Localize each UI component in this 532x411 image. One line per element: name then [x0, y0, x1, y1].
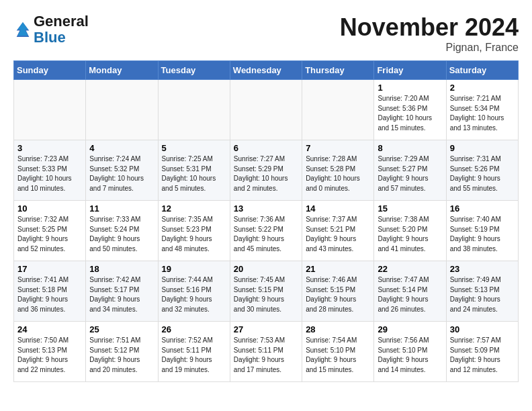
- day-info: Sunrise: 7:40 AM Sunset: 5:19 PM Dayligh…: [450, 215, 515, 254]
- day-number: 9: [450, 143, 515, 153]
- day-of-week-header: Sunday: [14, 61, 86, 80]
- day-number: 20: [234, 264, 298, 274]
- day-info: Sunrise: 7:24 AM Sunset: 5:32 PM Dayligh…: [89, 154, 154, 193]
- day-info: Sunrise: 7:51 AM Sunset: 5:12 PM Dayligh…: [89, 336, 154, 375]
- calendar-day-cell: [86, 80, 158, 140]
- day-info: Sunrise: 7:42 AM Sunset: 5:17 PM Dayligh…: [89, 275, 154, 314]
- day-of-week-header: Tuesday: [158, 61, 230, 80]
- day-info: Sunrise: 7:23 AM Sunset: 5:33 PM Dayligh…: [17, 154, 82, 193]
- day-number: 19: [162, 264, 226, 274]
- calendar-day-cell: 18Sunrise: 7:42 AM Sunset: 5:17 PM Dayli…: [86, 261, 158, 322]
- day-number: 22: [378, 264, 442, 274]
- calendar-day-cell: 27Sunrise: 7:53 AM Sunset: 5:11 PM Dayli…: [230, 322, 302, 382]
- calendar-week-row: 3Sunrise: 7:23 AM Sunset: 5:33 PM Daylig…: [14, 140, 519, 201]
- calendar-week-row: 17Sunrise: 7:41 AM Sunset: 5:18 PM Dayli…: [14, 261, 519, 322]
- calendar-day-cell: 6Sunrise: 7:27 AM Sunset: 5:29 PM Daylig…: [230, 140, 302, 201]
- day-number: 28: [306, 324, 370, 334]
- day-info: Sunrise: 7:33 AM Sunset: 5:24 PM Dayligh…: [89, 215, 154, 254]
- day-info: Sunrise: 7:32 AM Sunset: 5:25 PM Dayligh…: [17, 215, 82, 254]
- day-number: 15: [378, 203, 442, 214]
- calendar-day-cell: 19Sunrise: 7:44 AM Sunset: 5:16 PM Dayli…: [158, 261, 230, 322]
- calendar-day-cell: 8Sunrise: 7:29 AM Sunset: 5:27 PM Daylig…: [374, 140, 446, 201]
- day-info: Sunrise: 7:46 AM Sunset: 5:15 PM Dayligh…: [306, 275, 370, 314]
- day-info: Sunrise: 7:53 AM Sunset: 5:11 PM Dayligh…: [234, 336, 298, 375]
- day-number: 7: [306, 143, 370, 153]
- day-number: 10: [17, 203, 82, 214]
- day-number: 29: [378, 324, 442, 334]
- day-of-week-header: Monday: [86, 61, 158, 80]
- day-of-week-header: Wednesday: [230, 61, 302, 80]
- day-number: 11: [89, 203, 154, 214]
- calendar-day-cell: 25Sunrise: 7:51 AM Sunset: 5:12 PM Dayli…: [86, 322, 158, 382]
- logo: General Blue: [13, 13, 89, 46]
- calendar-day-cell: 22Sunrise: 7:47 AM Sunset: 5:14 PM Dayli…: [374, 261, 446, 322]
- calendar-day-cell: 11Sunrise: 7:33 AM Sunset: 5:24 PM Dayli…: [86, 201, 158, 261]
- day-info: Sunrise: 7:29 AM Sunset: 5:27 PM Dayligh…: [378, 154, 442, 193]
- day-number: 13: [234, 203, 298, 214]
- title-block: November 2024 Pignan, France: [340, 13, 519, 54]
- page-header: General Blue November 2024 Pignan, Franc…: [13, 13, 519, 54]
- month-title: November 2024: [340, 13, 519, 42]
- calendar-day-cell: 4Sunrise: 7:24 AM Sunset: 5:32 PM Daylig…: [86, 140, 158, 201]
- day-number: 1: [378, 83, 442, 93]
- calendar-day-cell: 5Sunrise: 7:25 AM Sunset: 5:31 PM Daylig…: [158, 140, 230, 201]
- calendar-day-cell: 26Sunrise: 7:52 AM Sunset: 5:11 PM Dayli…: [158, 322, 230, 382]
- day-number: 16: [450, 203, 515, 214]
- day-info: Sunrise: 7:45 AM Sunset: 5:15 PM Dayligh…: [234, 275, 298, 314]
- day-number: 23: [450, 264, 515, 274]
- day-info: Sunrise: 7:47 AM Sunset: 5:14 PM Dayligh…: [378, 275, 442, 314]
- day-info: Sunrise: 7:36 AM Sunset: 5:22 PM Dayligh…: [234, 215, 298, 254]
- day-number: 24: [17, 324, 82, 334]
- day-number: 12: [162, 203, 226, 214]
- day-info: Sunrise: 7:37 AM Sunset: 5:21 PM Dayligh…: [306, 215, 370, 254]
- calendar-day-cell: 1Sunrise: 7:20 AM Sunset: 5:36 PM Daylig…: [374, 80, 446, 140]
- day-info: Sunrise: 7:41 AM Sunset: 5:18 PM Dayligh…: [17, 275, 82, 314]
- day-info: Sunrise: 7:20 AM Sunset: 5:36 PM Dayligh…: [378, 94, 442, 133]
- day-of-week-header: Thursday: [302, 61, 374, 80]
- calendar-day-cell: 9Sunrise: 7:31 AM Sunset: 5:26 PM Daylig…: [446, 140, 518, 201]
- day-info: Sunrise: 7:25 AM Sunset: 5:31 PM Dayligh…: [162, 154, 226, 193]
- calendar-day-cell: 30Sunrise: 7:57 AM Sunset: 5:09 PM Dayli…: [446, 322, 518, 382]
- day-info: Sunrise: 7:31 AM Sunset: 5:26 PM Dayligh…: [450, 154, 515, 193]
- svg-marker-1: [17, 22, 28, 36]
- day-info: Sunrise: 7:54 AM Sunset: 5:10 PM Dayligh…: [306, 336, 370, 375]
- calendar-day-cell: 23Sunrise: 7:49 AM Sunset: 5:13 PM Dayli…: [446, 261, 518, 322]
- day-info: Sunrise: 7:38 AM Sunset: 5:20 PM Dayligh…: [378, 215, 442, 254]
- logo-general: General: [34, 13, 89, 30]
- calendar-header-row: SundayMondayTuesdayWednesdayThursdayFrid…: [14, 61, 519, 80]
- calendar-day-cell: [14, 80, 86, 140]
- day-info: Sunrise: 7:27 AM Sunset: 5:29 PM Dayligh…: [234, 154, 298, 193]
- day-number: 30: [450, 324, 515, 334]
- day-number: 2: [450, 83, 515, 93]
- logo-blue: Blue: [34, 29, 66, 46]
- logo-text: General Blue: [34, 13, 89, 46]
- calendar-week-row: 24Sunrise: 7:50 AM Sunset: 5:13 PM Dayli…: [14, 322, 519, 382]
- day-info: Sunrise: 7:44 AM Sunset: 5:16 PM Dayligh…: [162, 275, 226, 314]
- day-info: Sunrise: 7:56 AM Sunset: 5:10 PM Dayligh…: [378, 336, 442, 375]
- calendar-day-cell: 24Sunrise: 7:50 AM Sunset: 5:13 PM Dayli…: [14, 322, 86, 382]
- day-info: Sunrise: 7:57 AM Sunset: 5:09 PM Dayligh…: [450, 336, 515, 375]
- day-info: Sunrise: 7:21 AM Sunset: 5:34 PM Dayligh…: [450, 94, 515, 133]
- calendar-day-cell: [230, 80, 302, 140]
- day-number: 17: [17, 264, 82, 274]
- calendar-day-cell: 3Sunrise: 7:23 AM Sunset: 5:33 PM Daylig…: [14, 140, 86, 201]
- calendar-day-cell: 15Sunrise: 7:38 AM Sunset: 5:20 PM Dayli…: [374, 201, 446, 261]
- day-info: Sunrise: 7:28 AM Sunset: 5:28 PM Dayligh…: [306, 154, 370, 193]
- calendar-day-cell: 2Sunrise: 7:21 AM Sunset: 5:34 PM Daylig…: [446, 80, 518, 140]
- day-number: 25: [89, 324, 154, 334]
- day-number: 27: [234, 324, 298, 334]
- calendar-day-cell: 20Sunrise: 7:45 AM Sunset: 5:15 PM Dayli…: [230, 261, 302, 322]
- day-number: 4: [89, 143, 154, 153]
- day-number: 21: [306, 264, 370, 274]
- calendar-day-cell: 28Sunrise: 7:54 AM Sunset: 5:10 PM Dayli…: [302, 322, 374, 382]
- day-info: Sunrise: 7:52 AM Sunset: 5:11 PM Dayligh…: [162, 336, 226, 375]
- day-info: Sunrise: 7:49 AM Sunset: 5:13 PM Dayligh…: [450, 275, 515, 314]
- day-number: 14: [306, 203, 370, 214]
- calendar-table: SundayMondayTuesdayWednesdayThursdayFrid…: [13, 60, 519, 382]
- logo-icon: [13, 20, 32, 39]
- location: Pignan, France: [340, 42, 519, 54]
- day-number: 3: [17, 143, 82, 153]
- calendar-week-row: 1Sunrise: 7:20 AM Sunset: 5:36 PM Daylig…: [14, 80, 519, 140]
- calendar-day-cell: 13Sunrise: 7:36 AM Sunset: 5:22 PM Dayli…: [230, 201, 302, 261]
- calendar-day-cell: 29Sunrise: 7:56 AM Sunset: 5:10 PM Dayli…: [374, 322, 446, 382]
